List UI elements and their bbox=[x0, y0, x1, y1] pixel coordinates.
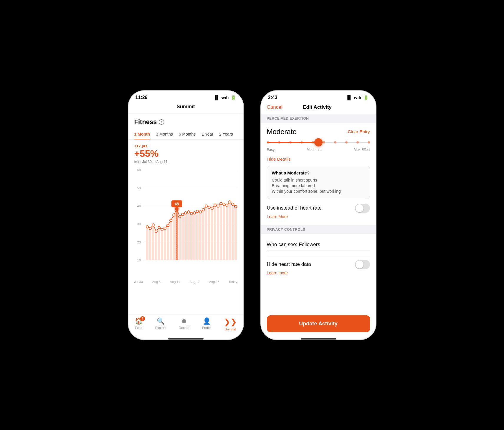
tab-2years[interactable]: 2 Years bbox=[219, 129, 233, 139]
slider-dot-10 bbox=[368, 141, 370, 144]
chart-x-labels: Jul 30 Aug 5 Aug 11 Aug 17 Aug 23 Today bbox=[134, 279, 237, 285]
moderate-info-box: What's Moderate? Could talk in short spu… bbox=[267, 166, 370, 199]
svg-rect-15 bbox=[155, 231, 157, 260]
who-can-see-row[interactable]: Who can see: Followers bbox=[267, 239, 370, 251]
svg-rect-39 bbox=[226, 205, 228, 260]
svg-rect-36 bbox=[217, 206, 219, 260]
cancel-button[interactable]: Cancel bbox=[267, 104, 282, 110]
info-line-2: Breathing more labored bbox=[272, 183, 365, 188]
clear-entry-button[interactable]: Clear Entry bbox=[348, 129, 370, 134]
slider-label-easy: Easy bbox=[267, 148, 275, 152]
svg-point-64 bbox=[196, 210, 199, 212]
svg-text:48: 48 bbox=[174, 202, 179, 206]
home-icon: 🏠 1 bbox=[135, 317, 143, 325]
nav-feed[interactable]: 🏠 1 Feed bbox=[135, 317, 143, 331]
privacy-content: Who can see: Followers Hide heart rate d… bbox=[261, 234, 376, 281]
svg-rect-34 bbox=[211, 208, 213, 260]
svg-rect-12 bbox=[146, 227, 148, 260]
x-label-jul30: Jul 30 bbox=[134, 280, 143, 284]
heart-rate-toggle-label-row: Use instead of heart rate bbox=[267, 204, 370, 213]
svg-rect-42 bbox=[234, 207, 237, 260]
x-label-today: Today bbox=[229, 280, 237, 284]
svg-rect-16 bbox=[158, 227, 160, 260]
tab-1month[interactable]: 1 Month bbox=[134, 129, 150, 139]
svg-rect-33 bbox=[208, 207, 210, 260]
svg-point-47 bbox=[158, 226, 160, 228]
hide-details-button[interactable]: Hide Details bbox=[267, 156, 291, 162]
exertion-slider[interactable]: Easy Moderate Max Effort bbox=[267, 142, 370, 152]
learn-more-link[interactable]: Learn More bbox=[267, 214, 288, 219]
x-label-aug23: Aug 23 bbox=[209, 280, 219, 284]
svg-point-72 bbox=[220, 202, 222, 205]
info-icon[interactable]: i bbox=[159, 119, 164, 125]
pct-label: +55% bbox=[134, 148, 237, 159]
svg-rect-17 bbox=[161, 230, 163, 260]
svg-text:10: 10 bbox=[137, 258, 141, 262]
slider-dot-4 bbox=[300, 141, 303, 144]
nav-feed-label: Feed bbox=[135, 326, 142, 329]
svg-point-76 bbox=[232, 203, 234, 205]
exertion-row: Moderate Clear Entry bbox=[267, 128, 370, 136]
svg-text:40: 40 bbox=[137, 204, 141, 207]
slider-thumb[interactable] bbox=[314, 138, 323, 146]
svg-point-43 bbox=[146, 225, 148, 228]
svg-rect-14 bbox=[152, 225, 154, 260]
perceived-exertion-header: PERCEIVED EXERTION bbox=[261, 114, 376, 123]
heart-rate-toggle[interactable] bbox=[355, 204, 370, 213]
info-box-title: What's Moderate? bbox=[272, 170, 365, 175]
hide-heart-rate-label-row: Hide heart rate data bbox=[267, 260, 370, 269]
svg-rect-30 bbox=[199, 212, 201, 260]
slider-labels: Easy Moderate Max Effort bbox=[267, 148, 370, 152]
svg-point-66 bbox=[202, 208, 204, 211]
heart-rate-toggle-label: Use instead of heart rate bbox=[267, 205, 322, 211]
heart-rate-toggle-row: Use instead of heart rate Learn More bbox=[267, 204, 370, 219]
slider-dot-5 bbox=[312, 141, 314, 144]
svg-point-73 bbox=[223, 203, 225, 205]
slider-dot-1 bbox=[267, 141, 269, 144]
svg-rect-18 bbox=[164, 228, 166, 260]
update-activity-button[interactable]: Update Activity bbox=[267, 315, 370, 332]
summit-icon: ❯❯ bbox=[224, 317, 237, 327]
svg-rect-25 bbox=[184, 213, 187, 260]
battery-icon: 🔋 bbox=[231, 95, 236, 100]
nav-explore[interactable]: 🔍 Explore bbox=[155, 317, 166, 331]
status-bar2: 2:43 ▐▌ wifi 🔋 bbox=[261, 91, 376, 102]
hide-heart-rate-toggle[interactable] bbox=[355, 260, 370, 269]
svg-text:60: 60 bbox=[137, 168, 141, 172]
status-icons2: ▐▌ wifi 🔋 bbox=[346, 95, 369, 100]
battery-icon2: 🔋 bbox=[363, 95, 369, 100]
nav-record[interactable]: ⏺ Record bbox=[179, 317, 189, 331]
tab-3months[interactable]: 3 Months bbox=[156, 129, 173, 139]
tab-6months[interactable]: 6 Months bbox=[179, 129, 196, 139]
nav-profile[interactable]: 👤 Profile bbox=[202, 317, 211, 331]
hide-heart-rate-toggle-row: Hide heart rate data Learn more bbox=[267, 260, 370, 276]
wifi-icon2: wifi bbox=[354, 95, 361, 100]
fitness-label: Fitness bbox=[134, 118, 157, 126]
app-title: Summit bbox=[128, 102, 243, 113]
fitness-section: Fitness i 1 Month 3 Months 6 Months 1 Ye… bbox=[128, 113, 243, 140]
status-time: 11:26 bbox=[135, 95, 148, 100]
learn-more2-link[interactable]: Learn more bbox=[267, 271, 288, 275]
svg-point-70 bbox=[214, 204, 216, 206]
svg-point-77 bbox=[234, 205, 237, 207]
svg-rect-27 bbox=[190, 213, 193, 260]
svg-point-62 bbox=[190, 212, 193, 215]
who-can-see-value: Followers bbox=[299, 242, 320, 247]
exertion-level: Moderate bbox=[267, 128, 297, 136]
tab-1year[interactable]: 1 Year bbox=[201, 129, 213, 139]
exertion-content: Moderate Clear Entry bbox=[261, 123, 376, 225]
status-icons: ▐▌ wifi 🔋 bbox=[213, 95, 236, 100]
hide-heart-rate-label: Hide heart rate data bbox=[267, 261, 311, 267]
svg-point-49 bbox=[164, 227, 166, 229]
signal-icon2: ▐▌ bbox=[346, 95, 352, 100]
svg-text:20: 20 bbox=[137, 240, 141, 244]
svg-point-52 bbox=[173, 214, 175, 216]
nav-profile-label: Profile bbox=[202, 326, 211, 329]
date-range: from Jul 30 to Aug 11 bbox=[134, 160, 237, 164]
phone-fitness: 11:26 ▐▌ wifi 🔋 Summit Fitness i 1 Month… bbox=[128, 91, 243, 340]
feed-badge: 1 bbox=[140, 316, 145, 321]
time-tabs: 1 Month 3 Months 6 Months 1 Year 2 Years bbox=[128, 129, 243, 140]
nav-summit[interactable]: ❯❯ Summit bbox=[224, 317, 237, 331]
svg-rect-38 bbox=[223, 204, 225, 260]
info-line-3: Within your comfort zone, but working bbox=[272, 189, 365, 194]
